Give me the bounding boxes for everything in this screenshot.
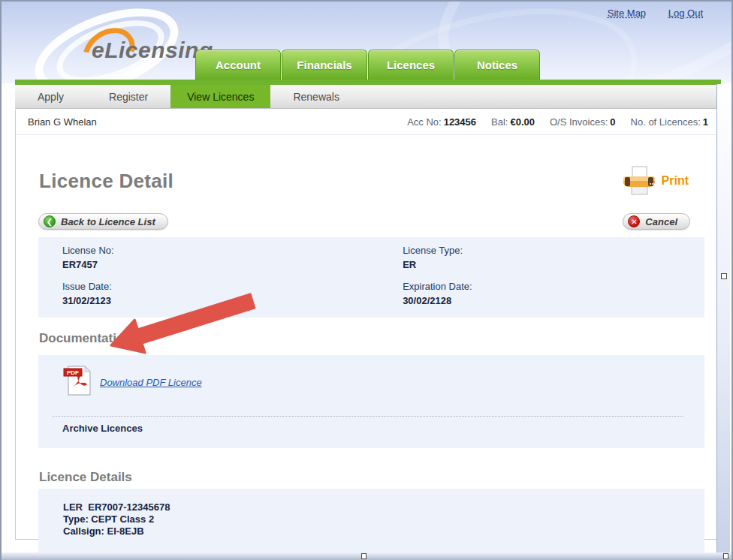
issue-date-field: Issue Date: 31/02/2123 [62, 281, 403, 306]
horizontal-scrollbar[interactable] [2, 552, 733, 560]
page-content: Licence Detail Print ❮ [16, 136, 720, 539]
download-pdf-licence-link[interactable]: Download PDF Licence [100, 377, 202, 388]
print-button[interactable]: Print [621, 166, 689, 196]
site-map-link[interactable]: Site Map [608, 8, 646, 19]
licence-details-panel: LER ER7007-12345678 Type: CEPT Class 2 C… [38, 489, 704, 553]
tab-financials[interactable]: Financials [282, 50, 367, 80]
subnav-item-view-licences[interactable]: View Licences [170, 85, 270, 108]
pdf-file-icon: PDF [62, 364, 92, 400]
license-no-field: License No: ER7457 [62, 245, 403, 270]
vertical-scrollbar-handle[interactable] [721, 273, 727, 279]
print-label: Print [662, 174, 689, 188]
horizontal-scrollbar-handle[interactable] [361, 553, 366, 559]
licence-detail-line: Type: CEPT Class 2 [63, 513, 704, 525]
balance-field: Bal:€0.00 [491, 116, 535, 128]
page-title: Licence Detail [39, 170, 173, 193]
licence-detail-line: Callsign: EI-8EJB [63, 525, 704, 537]
utility-links: Site Map Log Out [588, 8, 703, 19]
tab-licences[interactable]: Licences [368, 50, 454, 80]
documentation-panel: PDF Download PDF Licence Archive Licence… [38, 355, 704, 448]
subnav-item-renewals[interactable]: Renewals [270, 85, 361, 108]
archive-licences-heading: Archive Licences [62, 423, 143, 434]
back-arrow-icon: ❮ [44, 215, 56, 227]
app-window: Site Map Log Out eLicensing Account Fina… [0, 0, 733, 560]
svg-text:PDF: PDF [67, 369, 79, 376]
subnav-item-register[interactable]: Register [86, 85, 170, 108]
account-summary-bar: Brian G Whelan Acc No:123456 Bal:€0.00 O… [16, 110, 720, 135]
user-name: Brian G Whelan [28, 116, 97, 128]
printer-icon [621, 166, 657, 196]
subnav-item-apply[interactable]: Apply [15, 85, 86, 108]
licence-details-heading: Licence Details [39, 470, 132, 485]
dotted-separator [52, 416, 683, 417]
license-type-field: License Type: ER [403, 245, 704, 270]
cancel-button[interactable]: ✕ Cancel [623, 213, 690, 230]
cancel-x-icon: ✕ [628, 215, 640, 227]
log-out-link[interactable]: Log Out [668, 8, 703, 19]
licence-count-field: No. of Licences:1 [631, 116, 708, 128]
licence-detail-line: LER ER7007-12345678 [63, 501, 704, 513]
sub-navigation: Apply Register View Licences Renewals [15, 85, 721, 109]
elicensing-logo: eLicensing [38, 9, 210, 80]
accent-strip [15, 80, 721, 85]
licence-info-panel: License No: ER7457 License Type: ER Issu… [38, 237, 704, 318]
header: Site Map Log Out eLicensing Account Fina… [2, 2, 731, 83]
back-button-label: Back to Licence List [61, 216, 155, 227]
acc-no-field: Acc No:123456 [407, 116, 476, 128]
resize-grip[interactable] [723, 553, 728, 559]
back-to-licence-list-button[interactable]: ❮ Back to Licence List [38, 213, 168, 230]
expiration-date-field: Expiration Date: 30/02/2128 [403, 281, 704, 306]
vertical-scrollbar[interactable] [716, 84, 730, 554]
pdf-download-row: PDF Download PDF Licence [62, 364, 202, 400]
cancel-button-label: Cancel [645, 216, 677, 227]
documentation-heading: Documentation [39, 331, 132, 346]
main-container: Brian G Whelan Acc No:123456 Bal:€0.00 O… [15, 110, 721, 540]
tab-notices[interactable]: Notices [454, 50, 540, 80]
os-invoices-field: O/S Invoices:0 [550, 116, 616, 128]
main-tabs: Account Financials Licences Notices [195, 50, 541, 80]
account-fields: Acc No:123456 Bal:€0.00 O/S Invoices:0 N… [407, 116, 708, 128]
tab-account[interactable]: Account [195, 50, 281, 80]
